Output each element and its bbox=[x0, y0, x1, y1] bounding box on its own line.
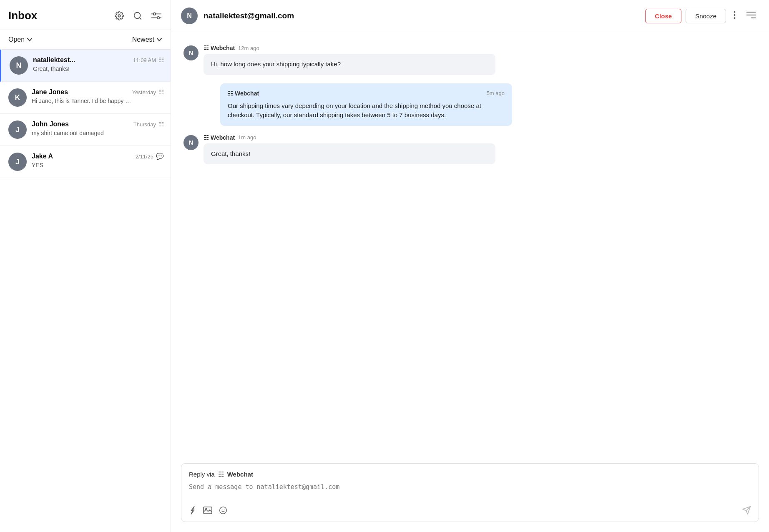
message-group: N ☷ Webchat 1m ago Great, thanks! bbox=[183, 134, 756, 165]
message-avatar: N bbox=[183, 45, 199, 60]
svg-point-11 bbox=[734, 17, 736, 19]
status-label: Open bbox=[8, 36, 25, 43]
message-bubble: Great, thanks! bbox=[204, 143, 495, 165]
reply-toolbar bbox=[189, 506, 751, 515]
conversation-preview: my shirt came out damaged bbox=[32, 130, 132, 136]
conversation-preview: YES bbox=[32, 162, 132, 168]
conversation-header: N nataliektest@gmail.com Close Snooze bbox=[171, 0, 769, 32]
panel-icon bbox=[746, 11, 756, 19]
conversation-item[interactable]: N nataliektest... 11:09 AM ☷ Great, than… bbox=[0, 50, 171, 82]
conversation-name: John Jones bbox=[32, 120, 69, 128]
conversation-name: Jane Jones bbox=[32, 88, 68, 96]
channel-icon: ☷ bbox=[158, 88, 164, 96]
reply-input[interactable] bbox=[189, 483, 751, 498]
message-bubble-response: ☷ Webchat 5m ago Our shipping times vary… bbox=[220, 83, 512, 126]
conversation-content: Jake A 2/11/25 💬 YES bbox=[32, 153, 164, 168]
ellipsis-vertical-icon bbox=[734, 11, 736, 19]
filter-bar: Open Newest bbox=[0, 30, 171, 50]
conversation-name: nataliektest... bbox=[33, 56, 75, 64]
conversation-content: nataliektest... 11:09 AM ☷ Great, thanks… bbox=[33, 56, 164, 72]
reply-channel-icon: ☷ bbox=[218, 470, 224, 478]
conversation-list: N nataliektest... 11:09 AM ☷ Great, than… bbox=[0, 50, 171, 532]
avatar: J bbox=[8, 120, 27, 139]
contact-avatar: N bbox=[181, 8, 198, 24]
snooze-button[interactable]: Snooze bbox=[686, 9, 726, 23]
channel-icon: 💬 bbox=[156, 153, 164, 160]
conversation-time: Thursday bbox=[133, 121, 156, 128]
message-source: ☷ Webchat bbox=[228, 89, 259, 98]
conversation-preview: Great, thanks! bbox=[33, 65, 133, 72]
message-time: 1m ago bbox=[238, 134, 256, 141]
webchat-icon: ☷ bbox=[228, 89, 233, 98]
right-panel: N nataliektest@gmail.com Close Snooze bbox=[171, 0, 769, 532]
settings-button[interactable] bbox=[114, 10, 125, 21]
inbox-title: Inbox bbox=[8, 9, 37, 22]
message-source: ☷ Webchat bbox=[204, 134, 235, 141]
quick-reply-button[interactable] bbox=[189, 506, 196, 515]
conversation-time: Yesterday bbox=[132, 89, 156, 95]
reply-via: Reply via ☷ Webchat bbox=[189, 470, 751, 478]
message-source: ☷ Webchat bbox=[204, 45, 235, 51]
close-button[interactable]: Close bbox=[645, 9, 681, 23]
svg-line-2 bbox=[139, 18, 141, 19]
conversation-item[interactable]: J Jake A 2/11/25 💬 YES bbox=[0, 146, 171, 178]
message-time: 12m ago bbox=[238, 45, 259, 51]
svg-point-17 bbox=[220, 507, 227, 514]
reply-area: Reply via ☷ Webchat bbox=[181, 463, 759, 522]
conversation-content: Jane Jones Yesterday ☷ Hi Jane, this is … bbox=[32, 88, 164, 104]
conversation-item[interactable]: J John Jones Thursday ☷ my shirt came ou… bbox=[0, 114, 171, 146]
send-icon bbox=[742, 506, 751, 515]
header-actions: Close Snooze bbox=[645, 9, 759, 23]
messages-area: N ☷ Webchat 12m ago Hi, how long does yo… bbox=[171, 32, 769, 463]
svg-point-0 bbox=[118, 15, 121, 17]
left-panel: Inbox bbox=[0, 0, 171, 532]
message-group-response: ☷ Webchat 5m ago Our shipping times vary… bbox=[204, 83, 756, 126]
conversation-item[interactable]: K Jane Jones Yesterday ☷ Hi Jane, this i… bbox=[0, 82, 171, 114]
svg-point-9 bbox=[734, 11, 736, 13]
gear-icon bbox=[115, 11, 124, 20]
send-button[interactable] bbox=[742, 506, 751, 515]
reply-channel-label: Webchat bbox=[227, 471, 253, 478]
image-icon bbox=[203, 507, 212, 514]
inbox-icon-group bbox=[114, 10, 162, 21]
filter-button[interactable] bbox=[151, 10, 162, 21]
conversation-name: Jake A bbox=[32, 153, 53, 160]
search-button[interactable] bbox=[132, 10, 143, 21]
conversation-time: 11:09 AM bbox=[133, 57, 156, 63]
message-avatar: N bbox=[183, 135, 199, 150]
webchat-icon: ☷ bbox=[204, 45, 209, 51]
avatar: J bbox=[8, 153, 27, 171]
svg-point-10 bbox=[734, 14, 736, 16]
contact-email: nataliektest@gmail.com bbox=[204, 11, 639, 20]
conversation-preview: Hi Jane, this is Tanner. I'd be happy to… bbox=[32, 98, 132, 104]
status-filter[interactable]: Open bbox=[8, 36, 33, 43]
message-group: N ☷ Webchat 12m ago Hi, how long does yo… bbox=[183, 45, 756, 75]
channel-icon: ☷ bbox=[158, 120, 164, 128]
image-button[interactable] bbox=[203, 507, 212, 514]
avatar: N bbox=[10, 56, 28, 75]
filter-icon bbox=[151, 11, 161, 20]
message-time: 5m ago bbox=[487, 89, 505, 98]
emoji-icon bbox=[219, 506, 227, 514]
message-bubble: Hi, how long does your shipping typicall… bbox=[204, 54, 495, 75]
chevron-down-icon bbox=[27, 37, 33, 43]
search-icon bbox=[133, 11, 142, 20]
conversation-time: 2/11/25 bbox=[136, 153, 153, 160]
emoji-button[interactable] bbox=[219, 506, 227, 514]
sort-filter[interactable]: Newest bbox=[132, 36, 162, 43]
conversation-content: John Jones Thursday ☷ my shirt came out … bbox=[32, 120, 164, 136]
inbox-header: Inbox bbox=[0, 0, 171, 30]
panel-toggle-button[interactable] bbox=[743, 10, 759, 23]
avatar: K bbox=[8, 88, 27, 107]
chevron-down-icon-2 bbox=[156, 37, 162, 43]
sort-label: Newest bbox=[132, 36, 154, 43]
webchat-icon: ☷ bbox=[204, 134, 209, 141]
channel-icon: ☷ bbox=[158, 56, 164, 64]
more-options-button[interactable] bbox=[730, 9, 739, 23]
lightning-icon bbox=[189, 506, 196, 515]
